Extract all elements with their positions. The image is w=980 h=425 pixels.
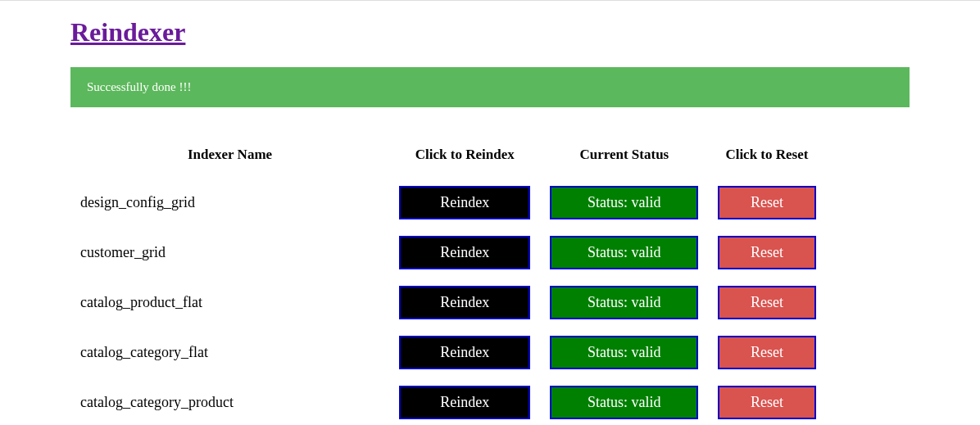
header-indexer-name: Indexer Name [70,140,389,170]
indexer-name: design_config_grid [70,186,389,219]
table-row: catalog_category_productReindexStatus: v… [70,386,910,419]
reset-button[interactable]: Reset [718,186,815,219]
header-current-status: Current Status [540,140,708,170]
reindex-button[interactable]: Reindex [399,286,530,319]
reindex-button[interactable]: Reindex [399,236,530,269]
indexer-name: catalog_category_flat [70,336,389,369]
table-row: design_config_gridReindexStatus: validRe… [70,186,910,219]
status-badge: Status: valid [550,236,698,269]
indexer-name: customer_grid [70,236,389,269]
table-row: customer_gridReindexStatus: validReset [70,236,910,269]
status-badge: Status: valid [550,286,698,319]
status-badge: Status: valid [550,336,698,369]
header-click-reindex: Click to Reindex [389,140,540,170]
reindex-button[interactable]: Reindex [399,336,530,369]
page-title-link[interactable]: Reindexer [70,17,910,47]
status-badge: Status: valid [550,386,698,419]
reset-button[interactable]: Reset [718,336,815,369]
table-row: catalog_category_flatReindexStatus: vali… [70,336,910,369]
table-row: catalog_product_flatReindexStatus: valid… [70,286,910,319]
header-click-reset: Click to Reset [708,140,825,170]
reset-button[interactable]: Reset [718,236,815,269]
indexer-name: catalog_product_flat [70,286,389,319]
indexer-table: Indexer Name Click to Reindex Current St… [70,124,910,425]
reset-button[interactable]: Reset [718,286,815,319]
reset-button[interactable]: Reset [718,386,815,419]
indexer-name: catalog_category_product [70,386,389,419]
success-alert: Successfully done !!! [70,67,910,107]
reindex-button[interactable]: Reindex [399,186,530,219]
status-badge: Status: valid [550,186,698,219]
reindex-button[interactable]: Reindex [399,386,530,419]
